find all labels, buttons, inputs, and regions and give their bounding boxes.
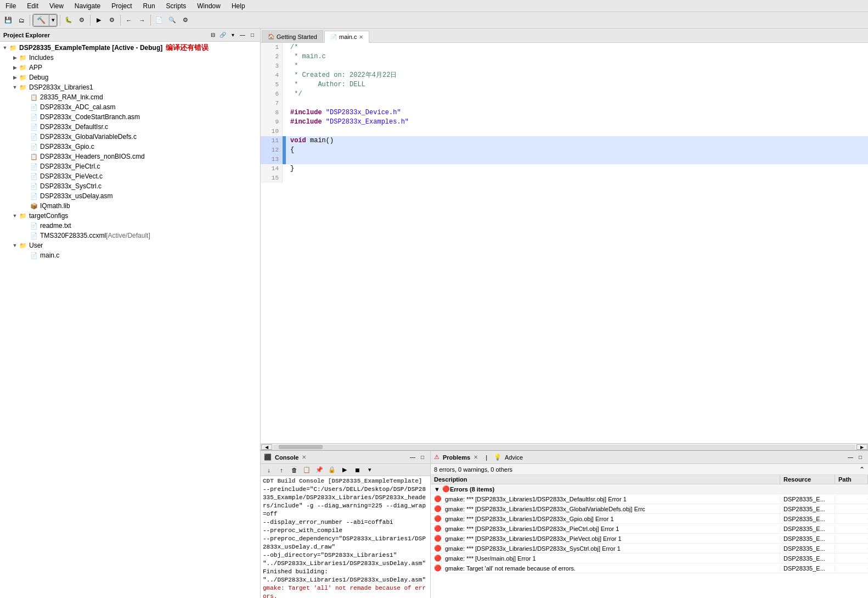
tree-item-gpio[interactable]: ▶ 📄 DSP2833x_Gpio.c — [0, 142, 260, 152]
code-editor[interactable]: 1 /* 2 * main.c 3 * 4 — [261, 43, 868, 443]
maximize-panel-button[interactable]: □ — [248, 31, 257, 40]
problems-error-group[interactable]: ▼ 🔴 Errors (8 items) — [431, 484, 868, 494]
run-config-button[interactable]: ⚙ — [106, 14, 118, 26]
user-arrow[interactable]: ▼ — [11, 243, 19, 248]
panel-menu-button[interactable]: ▾ — [228, 31, 237, 40]
menu-file[interactable]: File — [3, 2, 18, 10]
libraries-label: DSP2833x_Libraries1 — [29, 83, 93, 91]
tree-item-pievect[interactable]: ▶ 📄 DSP2833x_PieVect.c — [0, 171, 260, 181]
scroll-right[interactable]: ▶ — [856, 444, 867, 450]
console-stop-btn[interactable]: ⏹ — [351, 464, 363, 476]
menu-project[interactable]: Project — [109, 2, 134, 10]
advice-tab[interactable]: Advice — [505, 454, 523, 461]
back-button[interactable]: ← — [123, 14, 135, 26]
problems-tab[interactable]: Problems — [443, 454, 470, 461]
console-dropdown-btn[interactable]: ▾ — [364, 464, 376, 476]
problem-row-5[interactable]: 🔴 gmake: *** [DSP2833x_Libraries1/DSP283… — [431, 534, 868, 544]
problem-row-2[interactable]: 🔴 gmake: *** [DSP2833x_Libraries1/DSP283… — [431, 504, 868, 514]
tree-item-globalvar[interactable]: ▶ 📄 DSP2833x_GlobalVariableDefs.c — [0, 132, 260, 142]
tab-main-c-close[interactable]: ✕ — [359, 34, 363, 40]
error-group-arrow[interactable]: ▼ — [434, 486, 440, 493]
console-clear-btn[interactable]: 🗑 — [288, 464, 300, 476]
debug-button[interactable]: 🐛 — [63, 14, 75, 26]
tree-item-main-c[interactable]: ▶ 📄 main.c — [0, 250, 260, 260]
problems-expand-btn[interactable]: ⌃ — [859, 466, 865, 473]
targetconfigs-arrow[interactable]: ▼ — [11, 213, 19, 219]
problem-row-3[interactable]: 🔴 gmake: *** [DSP2833x_Libraries1/DSP283… — [431, 514, 868, 524]
build-button[interactable]: 🔨 — [33, 14, 49, 26]
tree-item-targetconfigs[interactable]: ▼ 📁 targetConfigs — [0, 211, 260, 221]
menu-run[interactable]: Run — [141, 2, 157, 10]
save-button[interactable]: 💾 — [2, 14, 14, 26]
collapse-all-button[interactable]: ⊟ — [208, 31, 217, 40]
tab-main-c[interactable]: 📄 main.c ✕ — [324, 31, 369, 43]
problem-row-4[interactable]: 🔴 gmake: *** [DSP2833x_Libraries1/DSP283… — [431, 524, 868, 534]
expand-arrow[interactable]: ▼ — [1, 45, 9, 51]
minimize-panel-button[interactable]: — — [238, 31, 247, 40]
tree-item-headers[interactable]: ▶ 📋 DSP2833x_Headers_nonBIOS.cmd — [0, 152, 260, 161]
problem-row-1[interactable]: 🔴 gmake: *** [DSP2833x_Libraries1/DSP283… — [431, 494, 868, 504]
tree-item-readme[interactable]: ▶ 📄 readme.txt — [0, 221, 260, 231]
forward-button[interactable]: → — [136, 14, 148, 26]
tree-item-includes[interactable]: ▶ 📁 Includes — [0, 53, 260, 63]
console-down-btn[interactable]: ↓ — [263, 464, 275, 476]
tree-item-iqmath[interactable]: ▶ 📦 IQmath.lib — [0, 201, 260, 211]
includes-arrow[interactable]: ▶ — [11, 55, 19, 60]
problem-row-6[interactable]: 🔴 gmake: *** [DSP2833x_Libraries1/DSP283… — [431, 544, 868, 554]
new-button[interactable]: 📄 — [153, 14, 165, 26]
console-tab-close[interactable]: ✕ — [302, 454, 306, 460]
console-body[interactable]: CDT Build Console [DSP28335_ExampleTempl… — [261, 476, 430, 598]
menu-help[interactable]: Help — [229, 2, 247, 10]
console-minimize[interactable]: — — [408, 453, 417, 462]
problems-maximize[interactable]: □ — [856, 453, 865, 462]
tab-getting-started[interactable]: 🏠 Getting Started — [262, 30, 323, 42]
settings-button[interactable]: ⚙ — [179, 14, 191, 26]
scroll-thumb[interactable] — [279, 445, 323, 449]
tree-item-ccxml[interactable]: ▶ 📄 TMS320F28335.ccxml [Active/Default] — [0, 231, 260, 241]
menu-navigate[interactable]: Navigate — [72, 2, 103, 10]
tree-item-piectrl[interactable]: ▶ 📄 DSP2833x_PieCtrl.c — [0, 161, 260, 171]
app-arrow[interactable]: ▶ — [11, 65, 19, 70]
tree-item-defaultisr[interactable]: ▶ 📄 DSP2833x_DefaultIsr.c — [0, 122, 260, 132]
tree-item-debug[interactable]: ▶ 📁 Debug — [0, 72, 260, 82]
libraries-arrow[interactable]: ▼ — [11, 85, 19, 90]
tree-item-adc-cal[interactable]: ▶ 📄 DSP2833x_ADC_cal.asm — [0, 102, 260, 112]
debug-config-button[interactable]: ⚙ — [76, 14, 88, 26]
console-paste-btn[interactable]: 📌 — [313, 464, 325, 476]
toolbar: 💾 🗂 🔨 ▾ 🐛 ⚙ ▶ ⚙ ← → 📄 🔍 ⚙ — [0, 12, 868, 29]
console-maximize[interactable]: □ — [418, 453, 427, 462]
link-editor-button[interactable]: 🔗 — [218, 31, 227, 40]
tree-item-user[interactable]: ▼ 📁 User — [0, 241, 260, 250]
menu-edit[interactable]: Edit — [25, 2, 41, 10]
console-tab[interactable]: Console — [275, 454, 298, 461]
scroll-left[interactable]: ◀ — [261, 444, 272, 450]
problem-row-8[interactable]: 🔴 gmake: Target 'all' not remade because… — [431, 563, 868, 573]
tree-item-libraries[interactable]: ▼ 📁 DSP2833x_Libraries1 — [0, 82, 260, 92]
problem-row-7[interactable]: 🔴 gmake: *** [User/main.obj] Error 1 DSP… — [431, 554, 868, 563]
console-run-btn[interactable]: ▶ — [339, 464, 351, 476]
search-button[interactable]: 🔍 — [166, 14, 178, 26]
tree-item-sysctrl[interactable]: ▶ 📄 DSP2833x_SysCtrl.c — [0, 181, 260, 191]
console-copy-btn[interactable]: 📋 — [301, 464, 313, 476]
editor-scrollbar[interactable]: ◀ ▶ — [261, 443, 868, 450]
console-up-btn[interactable]: ↑ — [275, 464, 288, 476]
menu-scripts[interactable]: Scripts — [164, 2, 189, 10]
debug-arrow[interactable]: ▶ — [11, 75, 19, 80]
tree-item-app[interactable]: ▶ 📁 APP — [0, 63, 260, 72]
problems-tab-close[interactable]: ✕ — [474, 454, 478, 460]
menu-view[interactable]: View — [47, 2, 66, 10]
tree-item-usdelay[interactable]: ▶ 📄 DSP2833x_usDelay.asm — [0, 191, 260, 201]
codestart-label: DSP2833x_CodeStartBranch.asm — [40, 113, 140, 121]
build-dropdown-button[interactable]: ▾ — [49, 14, 57, 26]
console-lock-btn[interactable]: 🔒 — [326, 464, 338, 476]
problem-resource-5: DSP28335_E... — [780, 535, 835, 543]
tree-item-codestart[interactable]: ▶ 📄 DSP2833x_CodeStartBranch.asm — [0, 112, 260, 122]
right-panel: 🏠 Getting Started 📄 main.c ✕ 1 /* — [261, 29, 868, 598]
console-line-5: --obj_directory="DSP2833x_Libraries1" — [263, 551, 428, 560]
project-root[interactable]: ▼ 📁 DSP28335_ExampleTemplate [Active - D… — [0, 43, 260, 53]
save-all-button[interactable]: 🗂 — [15, 14, 27, 26]
menu-window[interactable]: Window — [195, 2, 223, 10]
tree-item-ram-lnk[interactable]: ▶ 📋 28335_RAM_lnk.cmd — [0, 92, 260, 102]
run-button[interactable]: ▶ — [93, 14, 105, 26]
problems-minimize[interactable]: — — [846, 453, 855, 462]
